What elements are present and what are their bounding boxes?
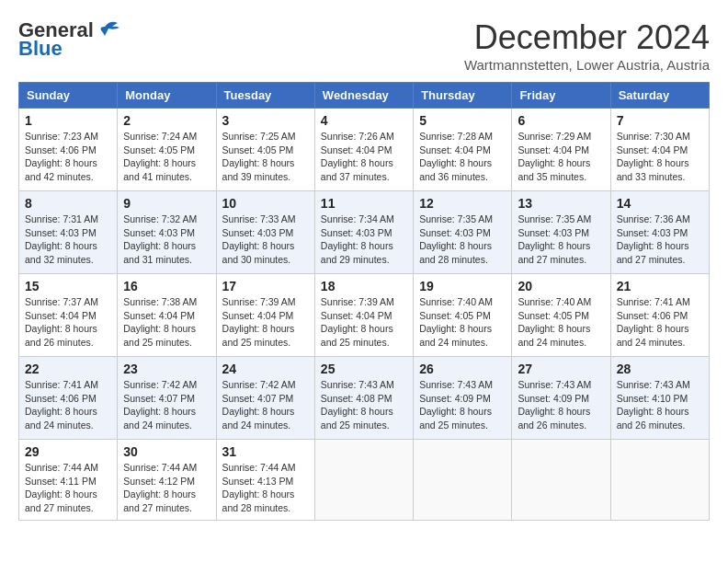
day-number: 24	[222, 362, 309, 376]
day-number: 5	[419, 113, 506, 128]
title-block: December 2024 Wartmannstetten, Lower Aus…	[464, 18, 710, 73]
day-info: Sunrise: 7:39 AMSunset: 4:04 PMDaylight:…	[321, 295, 407, 350]
calendar-cell: 3Sunrise: 7:25 AMSunset: 4:05 PMDaylight…	[216, 109, 314, 191]
calendar-cell: 6Sunrise: 7:29 AMSunset: 4:04 PMDaylight…	[512, 109, 610, 191]
day-info: Sunrise: 7:41 AMSunset: 4:06 PMDaylight:…	[617, 295, 703, 350]
day-info: Sunrise: 7:25 AMSunset: 4:05 PMDaylight:…	[222, 130, 309, 184]
day-info: Sunrise: 7:35 AMSunset: 4:03 PMDaylight:…	[518, 213, 604, 267]
day-number: 20	[518, 279, 604, 293]
calendar-week-row: 22Sunrise: 7:41 AMSunset: 4:06 PMDayligh…	[19, 357, 710, 440]
calendar-cell: 23Sunrise: 7:42 AMSunset: 4:07 PMDayligh…	[118, 357, 216, 440]
header-wednesday: Wednesday	[314, 83, 413, 109]
calendar-cell	[610, 440, 709, 521]
day-info: Sunrise: 7:43 AMSunset: 4:09 PMDaylight:…	[419, 378, 506, 432]
day-number: 10	[222, 196, 309, 211]
header-monday: Monday	[118, 83, 216, 109]
day-number: 18	[321, 279, 407, 293]
day-info: Sunrise: 7:38 AMSunset: 4:04 PMDaylight:…	[123, 295, 210, 350]
calendar-cell: 30Sunrise: 7:44 AMSunset: 4:12 PMDayligh…	[118, 440, 216, 521]
logo: General Blue	[18, 18, 121, 61]
calendar-cell: 13Sunrise: 7:35 AMSunset: 4:03 PMDayligh…	[512, 191, 610, 274]
day-number: 30	[123, 444, 210, 459]
day-number: 27	[518, 362, 604, 376]
day-number: 12	[419, 196, 506, 211]
calendar-cell: 9Sunrise: 7:32 AMSunset: 4:03 PMDaylight…	[118, 191, 216, 274]
calendar-cell: 31Sunrise: 7:44 AMSunset: 4:13 PMDayligh…	[216, 440, 314, 521]
day-info: Sunrise: 7:31 AMSunset: 4:03 PMDaylight:…	[25, 213, 111, 267]
day-number: 15	[25, 279, 111, 293]
day-number: 25	[321, 362, 407, 376]
day-number: 26	[419, 362, 506, 376]
calendar-cell: 2Sunrise: 7:24 AMSunset: 4:05 PMDaylight…	[118, 109, 216, 191]
header-thursday: Thursday	[414, 83, 512, 109]
header-saturday: Saturday	[610, 83, 709, 109]
calendar-cell: 26Sunrise: 7:43 AMSunset: 4:09 PMDayligh…	[414, 357, 512, 440]
header-tuesday: Tuesday	[216, 83, 314, 109]
calendar-cell: 20Sunrise: 7:40 AMSunset: 4:05 PMDayligh…	[512, 274, 610, 357]
calendar-week-row: 1Sunrise: 7:23 AMSunset: 4:06 PMDaylight…	[19, 109, 710, 191]
day-info: Sunrise: 7:29 AMSunset: 4:04 PMDaylight:…	[518, 130, 604, 184]
calendar-cell: 18Sunrise: 7:39 AMSunset: 4:04 PMDayligh…	[314, 274, 413, 357]
header-sunday: Sunday	[19, 83, 118, 109]
day-info: Sunrise: 7:42 AMSunset: 4:07 PMDaylight:…	[222, 378, 309, 432]
day-info: Sunrise: 7:43 AMSunset: 4:08 PMDaylight:…	[321, 378, 407, 432]
calendar-table: SundayMondayTuesdayWednesdayThursdayFrid…	[18, 82, 710, 521]
day-info: Sunrise: 7:44 AMSunset: 4:13 PMDaylight:…	[222, 461, 309, 515]
day-number: 11	[321, 196, 407, 211]
day-info: Sunrise: 7:40 AMSunset: 4:05 PMDaylight:…	[518, 295, 604, 350]
day-number: 8	[25, 196, 111, 211]
calendar-cell: 1Sunrise: 7:23 AMSunset: 4:06 PMDaylight…	[19, 109, 118, 191]
day-number: 28	[617, 362, 703, 376]
day-info: Sunrise: 7:41 AMSunset: 4:06 PMDaylight:…	[25, 378, 111, 432]
day-info: Sunrise: 7:32 AMSunset: 4:03 PMDaylight:…	[123, 213, 210, 267]
location-subtitle: Wartmannstetten, Lower Austria, Austria	[464, 57, 710, 73]
day-info: Sunrise: 7:24 AMSunset: 4:05 PMDaylight:…	[123, 130, 210, 184]
day-info: Sunrise: 7:43 AMSunset: 4:09 PMDaylight:…	[518, 378, 604, 432]
day-number: 31	[222, 444, 309, 459]
day-number: 19	[419, 279, 506, 293]
day-number: 16	[123, 279, 210, 293]
calendar-cell: 15Sunrise: 7:37 AMSunset: 4:04 PMDayligh…	[19, 274, 118, 357]
calendar-week-row: 8Sunrise: 7:31 AMSunset: 4:03 PMDaylight…	[19, 191, 710, 274]
day-number: 21	[617, 279, 703, 293]
calendar-cell: 21Sunrise: 7:41 AMSunset: 4:06 PMDayligh…	[610, 274, 709, 357]
calendar-cell: 28Sunrise: 7:43 AMSunset: 4:10 PMDayligh…	[610, 357, 709, 440]
calendar-cell	[314, 440, 413, 521]
page-header: General Blue December 2024 Wartmannstett…	[18, 18, 710, 73]
day-number: 6	[518, 113, 604, 128]
calendar-cell: 5Sunrise: 7:28 AMSunset: 4:04 PMDaylight…	[414, 109, 512, 191]
calendar-cell: 8Sunrise: 7:31 AMSunset: 4:03 PMDaylight…	[19, 191, 118, 274]
calendar-header-row: SundayMondayTuesdayWednesdayThursdayFrid…	[19, 83, 710, 109]
calendar-cell: 29Sunrise: 7:44 AMSunset: 4:11 PMDayligh…	[19, 440, 118, 521]
calendar-cell: 25Sunrise: 7:43 AMSunset: 4:08 PMDayligh…	[314, 357, 413, 440]
calendar-cell: 27Sunrise: 7:43 AMSunset: 4:09 PMDayligh…	[512, 357, 610, 440]
calendar-cell	[512, 440, 610, 521]
day-info: Sunrise: 7:40 AMSunset: 4:05 PMDaylight:…	[419, 295, 506, 350]
day-info: Sunrise: 7:30 AMSunset: 4:04 PMDaylight:…	[617, 130, 703, 184]
day-number: 22	[25, 362, 111, 376]
day-number: 17	[222, 279, 309, 293]
calendar-cell: 24Sunrise: 7:42 AMSunset: 4:07 PMDayligh…	[216, 357, 314, 440]
day-number: 23	[123, 362, 210, 376]
calendar-week-row: 15Sunrise: 7:37 AMSunset: 4:04 PMDayligh…	[19, 274, 710, 357]
logo-bird-icon	[97, 19, 121, 38]
calendar-cell: 22Sunrise: 7:41 AMSunset: 4:06 PMDayligh…	[19, 357, 118, 440]
calendar-cell: 16Sunrise: 7:38 AMSunset: 4:04 PMDayligh…	[118, 274, 216, 357]
day-info: Sunrise: 7:43 AMSunset: 4:10 PMDaylight:…	[617, 378, 703, 432]
day-info: Sunrise: 7:44 AMSunset: 4:12 PMDaylight:…	[123, 461, 210, 515]
day-number: 7	[617, 113, 703, 128]
calendar-cell: 10Sunrise: 7:33 AMSunset: 4:03 PMDayligh…	[216, 191, 314, 274]
header-friday: Friday	[512, 83, 610, 109]
day-info: Sunrise: 7:44 AMSunset: 4:11 PMDaylight:…	[25, 461, 111, 515]
day-info: Sunrise: 7:37 AMSunset: 4:04 PMDaylight:…	[25, 295, 111, 350]
day-number: 9	[123, 196, 210, 211]
calendar-cell: 7Sunrise: 7:30 AMSunset: 4:04 PMDaylight…	[610, 109, 709, 191]
calendar-cell: 12Sunrise: 7:35 AMSunset: 4:03 PMDayligh…	[414, 191, 512, 274]
day-info: Sunrise: 7:26 AMSunset: 4:04 PMDaylight:…	[321, 130, 407, 184]
day-number: 13	[518, 196, 604, 211]
day-info: Sunrise: 7:42 AMSunset: 4:07 PMDaylight:…	[123, 378, 210, 432]
day-info: Sunrise: 7:28 AMSunset: 4:04 PMDaylight:…	[419, 130, 506, 184]
day-number: 14	[617, 196, 703, 211]
month-title: December 2024	[464, 18, 710, 57]
day-info: Sunrise: 7:33 AMSunset: 4:03 PMDaylight:…	[222, 213, 309, 267]
